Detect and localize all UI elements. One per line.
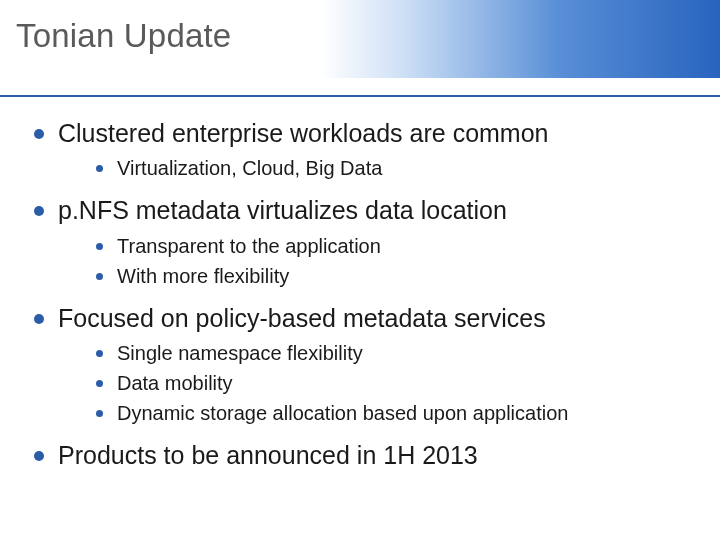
bullet-l1: Products to be announced in 1H 2013 [34,440,700,471]
slide-title: Tonian Update [16,17,720,55]
bullet-l1: Focused on policy-based metadata service… [34,303,700,334]
bullet-icon [34,206,44,216]
sub-bullet-group: Single namespace flexibility Data mobili… [96,340,700,426]
sub-bullet-group: Transparent to the application With more… [96,233,700,289]
bullet-icon [34,314,44,324]
bullet-l2: Dynamic storage allocation based upon ap… [96,400,700,426]
bullet-icon [34,129,44,139]
bullet-l1: p.NFS metadata virtualizes data location [34,195,700,226]
bullet-text: Focused on policy-based metadata service… [58,303,546,334]
sub-bullet-group: Virtualization, Cloud, Big Data [96,155,700,181]
bullet-icon [96,165,103,172]
bullet-l2: Virtualization, Cloud, Big Data [96,155,700,181]
bullet-text: p.NFS metadata virtualizes data location [58,195,507,226]
bullet-icon [96,410,103,417]
bullet-text: Products to be announced in 1H 2013 [58,440,478,471]
bullet-icon [96,380,103,387]
bullet-icon [96,243,103,250]
content-area: Clustered enterprise workloads are commo… [34,118,700,477]
bullet-text: Transparent to the application [117,233,381,259]
bullet-text: Virtualization, Cloud, Big Data [117,155,382,181]
bullet-text: With more flexibility [117,263,289,289]
bullet-text: Clustered enterprise workloads are commo… [58,118,549,149]
bullet-text: Single namespace flexibility [117,340,363,366]
bullet-icon [96,273,103,280]
bullet-l2: Transparent to the application [96,233,700,259]
bullet-icon [34,451,44,461]
bullet-l2: With more flexibility [96,263,700,289]
bullet-icon [96,350,103,357]
bullet-text: Dynamic storage allocation based upon ap… [117,400,568,426]
bullet-l1: Clustered enterprise workloads are commo… [34,118,700,149]
bullet-l2: Data mobility [96,370,700,396]
bullet-text: Data mobility [117,370,233,396]
bullet-l2: Single namespace flexibility [96,340,700,366]
title-bar: Tonian Update [0,0,720,78]
horizontal-rule [0,95,720,97]
